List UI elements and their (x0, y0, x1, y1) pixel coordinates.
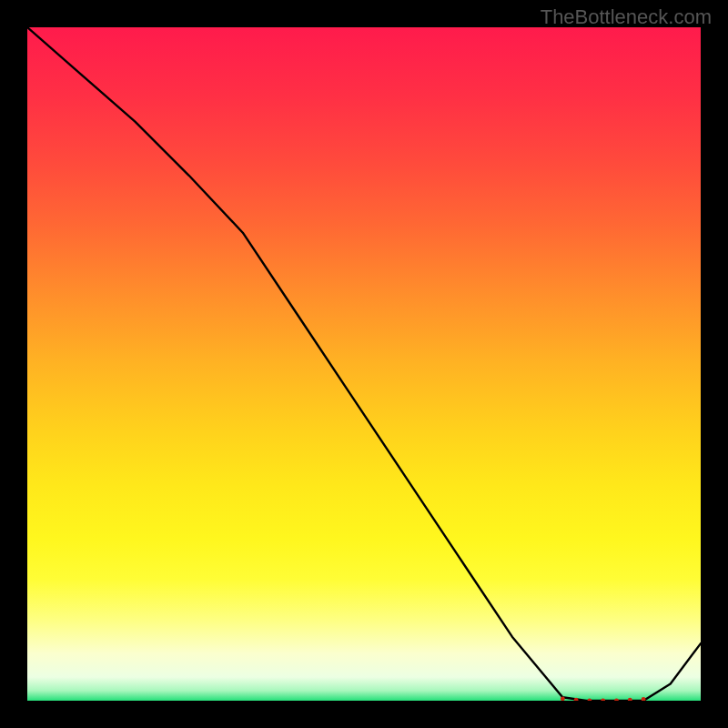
marker-dot (561, 696, 565, 701)
marker-dot (614, 699, 619, 701)
plot-area (27, 27, 701, 701)
line-series (27, 27, 701, 701)
chart-root: TheBottleneck.com (0, 0, 728, 728)
marker-dot (601, 699, 605, 701)
marker-dot (642, 697, 646, 701)
marker-dot (588, 699, 592, 701)
attribution-text: TheBottleneck.com (541, 5, 712, 29)
marker-dot (628, 698, 632, 701)
